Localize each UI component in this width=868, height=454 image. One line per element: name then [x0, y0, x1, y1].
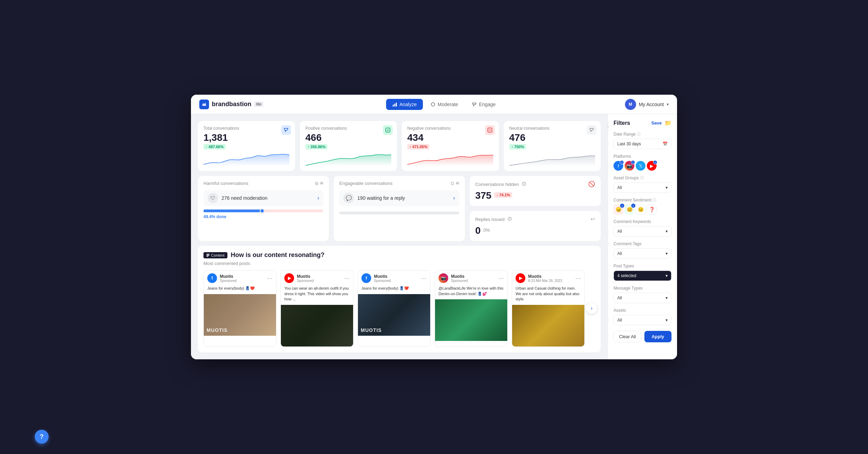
post-types-value: 4 selected: [617, 273, 636, 278]
content-title: How is our content resonating?: [231, 251, 325, 259]
hidden-change: ↓ 74.1%: [494, 192, 512, 198]
harmful-card: Harmful conversations AI 🛡 276 need mode…: [198, 176, 329, 241]
post-card: ▶ Muotis 8:33 AM Mar 28, 2023 ⋯ Urban an…: [512, 270, 585, 346]
engageable-bar: [339, 212, 459, 214]
sentiment-icons: 😠 2 😊 2 😐 ❓: [614, 205, 671, 214]
neutral-value: 476: [509, 132, 595, 143]
keywords-value: All: [617, 229, 622, 234]
post-caption: You can wear an all-denim outfit if you …: [281, 286, 353, 305]
apply-button[interactable]: Apply: [644, 331, 672, 342]
content-area: Total conversations 1,381 ↑ 487.66%: [191, 114, 608, 359]
post-image: [435, 299, 507, 341]
negative-change: ↑ 471.05%: [407, 144, 429, 149]
post-menu-button[interactable]: ⋯: [575, 275, 581, 282]
carousel-next-button[interactable]: ›: [586, 303, 597, 314]
keywords-text: Comment Keywords: [614, 219, 651, 224]
fb-avatar: f: [207, 273, 217, 283]
content-header: Content How is our content resonating?: [203, 251, 595, 259]
post-menu-button[interactable]: ⋯: [267, 275, 273, 282]
facebook-platform-icon[interactable]: f 2: [614, 161, 623, 171]
negative-sentiment-icon[interactable]: 😠 2: [614, 205, 623, 214]
nav-analyze[interactable]: Analyze: [386, 99, 423, 110]
engageable-item[interactable]: 💬 190 waiting for a reply ›: [339, 190, 459, 206]
clear-all-button[interactable]: Clear All: [614, 331, 642, 342]
post-info: Muotis Sponsored: [451, 274, 495, 283]
tags-label: Comment Tags: [614, 241, 671, 246]
content-section: Content How is our content resonating? M…: [198, 246, 601, 352]
progress-container: 49.4% done: [203, 209, 323, 219]
post-menu-button[interactable]: ⋯: [344, 275, 350, 282]
message-types-value: All: [617, 295, 622, 300]
filters-title: Filters: [614, 120, 630, 126]
instagram-platform-icon[interactable]: 📷 2: [625, 161, 634, 171]
platform-icons: f 2 📷 2 𝕏 ▶ 2: [614, 161, 671, 171]
positive-sentiment-icon[interactable]: 😊 2: [625, 205, 634, 214]
message-types-select[interactable]: All ▾: [614, 293, 671, 303]
nav-tabs: Analyze Moderate Engage: [386, 99, 502, 110]
post-header: 📷 Muotis Sponsored ⋯: [435, 271, 507, 286]
total-change: ↑ 487.66%: [203, 144, 226, 149]
post-menu-button[interactable]: ⋯: [421, 275, 427, 282]
engageable-header: Engageable conversations AI: [339, 181, 459, 186]
chevron-down-icon: ▾: [666, 185, 668, 190]
moderation-item[interactable]: 🛡 276 need moderation ›: [203, 190, 323, 206]
post-types-select[interactable]: 4 selected ▾: [614, 271, 671, 281]
nav-moderate[interactable]: Moderate: [424, 99, 464, 110]
shield-icon: 🛡: [208, 193, 218, 203]
post-image: muotis: [204, 294, 276, 336]
harmful-ai-label: AI: [320, 181, 323, 185]
platforms-label: Platforms: [614, 154, 671, 159]
info-icon: ⓘ: [640, 175, 644, 180]
date-range-filter: Date Range ⓘ Last 30 days 📅: [614, 132, 671, 149]
assets-select[interactable]: All ▾: [614, 315, 671, 325]
replies-icon: ↩: [591, 216, 595, 222]
negative-value: 434: [407, 132, 493, 143]
engageable-ai-label: AI: [456, 181, 459, 185]
chevron-down-icon: ▾: [666, 318, 668, 323]
asset-groups-select[interactable]: All ▾: [614, 182, 671, 193]
engageable-title: Engageable conversations: [339, 181, 392, 186]
sentiment-text: Comment Sentiment: [614, 198, 651, 203]
neutral-sentiment-icon[interactable]: 😐: [636, 205, 645, 214]
post-card: f Muotis Sponsored ⋯ Jeans for every(bod…: [358, 270, 431, 346]
asset-groups-filter: Asset Groups ⓘ All ▾: [614, 175, 671, 193]
post-author: Muotis: [220, 274, 264, 279]
folder-icon[interactable]: 📁: [665, 120, 671, 126]
account-area[interactable]: M My Account ▾: [625, 99, 669, 110]
nav-engage[interactable]: Engage: [466, 99, 502, 110]
svg-rect-2: [396, 103, 397, 106]
post-card: f Muotis Sponsored ⋯ Jeans for every(bod…: [203, 270, 276, 346]
filter-actions: Clear All Apply: [614, 331, 671, 342]
comment-sentiment-filter: Comment Sentiment ⓘ 😠 2 😊 2 😐: [614, 198, 671, 214]
keywords-select[interactable]: All ▾: [614, 226, 671, 237]
filters-sidebar: ‹ Filters Save 📁 Date Range ⓘ Last 30 da…: [608, 114, 677, 359]
engageable-ai-badge: AI: [450, 181, 459, 186]
main-layout: Total conversations 1,381 ↑ 487.66%: [191, 114, 677, 359]
post-meta: Sponsored: [297, 279, 341, 283]
chevron-down-icon: ▾: [667, 102, 669, 107]
tags-value: All: [617, 251, 622, 256]
post-info: Muotis Sponsored: [374, 274, 418, 283]
date-range-value: Last 30 days: [617, 142, 641, 146]
total-chart: [203, 152, 290, 166]
save-filter-button[interactable]: Save: [651, 120, 662, 126]
twitter-platform-icon[interactable]: 𝕏: [636, 161, 645, 171]
post-meta: Sponsored: [451, 279, 495, 283]
collapse-button[interactable]: ‹: [608, 122, 612, 131]
post-author: Muotis: [528, 274, 573, 279]
youtube-platform-icon[interactable]: ▶ 2: [647, 161, 657, 171]
question-sentiment-icon[interactable]: ❓: [647, 205, 657, 214]
content-badge: Content: [203, 252, 227, 258]
engageable-arrow: ›: [453, 195, 455, 201]
positive-title: Positive conversations: [306, 126, 392, 131]
hidden-card: Conversations hidden 🚫 375 ↓ 74.1%: [470, 176, 601, 206]
tags-select[interactable]: All ▾: [614, 248, 671, 259]
yt-avatar: ▶: [284, 273, 294, 283]
post-author: Muotis: [297, 274, 341, 279]
total-title: Total conversations: [203, 126, 290, 131]
post-menu-button[interactable]: ⋯: [498, 275, 504, 282]
date-range-select[interactable]: Last 30 days 📅: [614, 139, 671, 149]
progress-dot: [260, 208, 265, 213]
negative-conversations-card: Negative conversations 434 ↑ 471.05%: [402, 121, 499, 171]
yt-badge: 2: [653, 160, 657, 164]
